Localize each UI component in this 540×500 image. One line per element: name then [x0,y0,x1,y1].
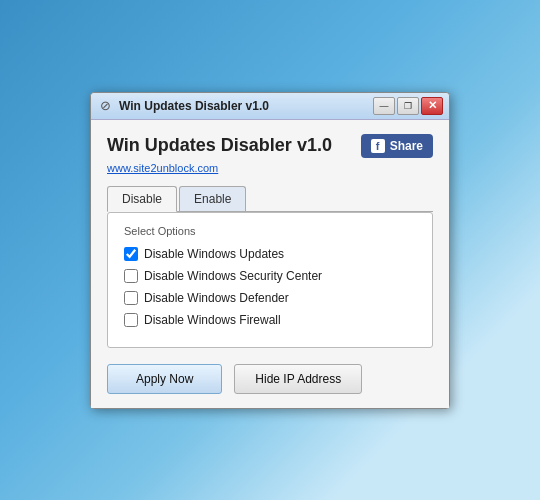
tab-enable[interactable]: Enable [179,186,246,211]
app-header: Win Updates Disabler v1.0 f Share [107,134,433,158]
app-icon: ⊘ [97,98,113,114]
hide-ip-button[interactable]: Hide IP Address [234,364,362,394]
facebook-share-button[interactable]: f Share [361,134,433,158]
application-window: ⊘ Win Updates Disabler v1.0 — ❐ ✕ Win Up… [90,92,450,409]
checkbox-windows-updates-label: Disable Windows Updates [144,247,284,261]
window-controls: — ❐ ✕ [373,97,443,115]
checkbox-windows-updates[interactable]: Disable Windows Updates [124,247,416,261]
window-content: Win Updates Disabler v1.0 f Share www.si… [91,120,449,408]
checkbox-defender-input[interactable] [124,291,138,305]
tab-disable[interactable]: Disable [107,186,177,212]
apply-now-button[interactable]: Apply Now [107,364,222,394]
restore-button[interactable]: ❐ [397,97,419,115]
checkbox-defender[interactable]: Disable Windows Defender [124,291,416,305]
window-title: Win Updates Disabler v1.0 [119,99,367,113]
checkbox-windows-updates-input[interactable] [124,247,138,261]
checkbox-firewall-input[interactable] [124,313,138,327]
share-button-label: Share [390,139,423,153]
app-title: Win Updates Disabler v1.0 [107,135,332,156]
title-bar: ⊘ Win Updates Disabler v1.0 — ❐ ✕ [91,93,449,120]
checkbox-security-center[interactable]: Disable Windows Security Center [124,269,416,283]
button-row: Apply Now Hide IP Address [107,364,433,394]
facebook-icon: f [371,139,385,153]
options-legend: Select Options [124,225,416,237]
checkbox-security-center-input[interactable] [124,269,138,283]
checkbox-firewall-label: Disable Windows Firewall [144,313,281,327]
options-box: Select Options Disable Windows Updates D… [107,212,433,348]
checkbox-security-center-label: Disable Windows Security Center [144,269,322,283]
checkbox-defender-label: Disable Windows Defender [144,291,289,305]
minimize-button[interactable]: — [373,97,395,115]
website-link[interactable]: www.site2unblock.com [107,162,433,174]
close-button[interactable]: ✕ [421,97,443,115]
tab-bar: Disable Enable [107,186,433,212]
checkbox-firewall[interactable]: Disable Windows Firewall [124,313,416,327]
